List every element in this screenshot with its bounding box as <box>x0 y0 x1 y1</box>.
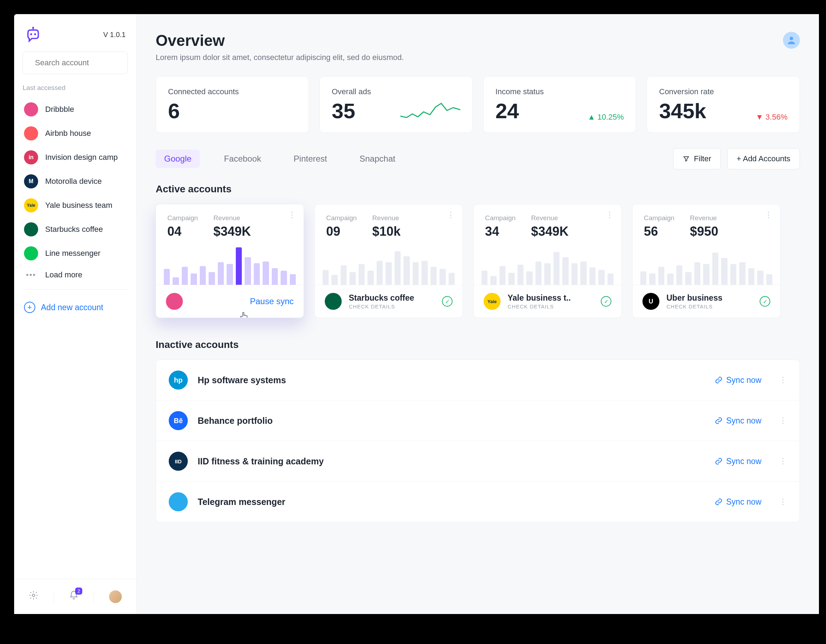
revenue-label: Revenue <box>373 214 401 222</box>
stat-label: Income status <box>495 87 544 96</box>
bar <box>368 271 373 285</box>
card-menu-icon[interactable]: ⋮ <box>447 214 455 216</box>
bar <box>508 273 514 285</box>
bar <box>413 262 419 285</box>
campaign-value: 09 <box>326 224 357 239</box>
sidebar-item[interactable]: Airbnb house <box>20 121 130 145</box>
sidebar-item[interactable]: Dribbble <box>20 98 130 121</box>
sidebar-item[interactable]: Line messenger <box>20 241 130 265</box>
sidebar-item[interactable]: M Motorolla device <box>20 169 130 193</box>
add-accounts-button[interactable]: + Add Accounts <box>727 148 800 169</box>
row-menu-icon[interactable]: ⋮ <box>779 419 787 422</box>
account-card[interactable]: Campaign56 Revenue$950 ⋮ U Uber business… <box>632 204 781 318</box>
sync-now-link[interactable]: Sync now <box>715 497 761 507</box>
check-details-link[interactable]: CHECK DETAILS <box>349 304 435 309</box>
search-input[interactable] <box>35 58 132 67</box>
tab-pinterest[interactable]: Pinterest <box>285 150 336 168</box>
add-new-account[interactable]: + Add new account <box>14 295 136 320</box>
bar <box>526 272 532 285</box>
user-avatar[interactable] <box>783 32 800 49</box>
bar <box>712 253 718 285</box>
load-more-label: Load more <box>45 270 82 279</box>
bar <box>598 270 604 285</box>
card-barchart <box>633 239 780 285</box>
card-menu-icon[interactable]: ⋮ <box>606 214 613 216</box>
sidebar-item[interactable]: in Invision design camp <box>20 145 130 169</box>
stat-card: Connected accounts6 <box>156 76 309 133</box>
sync-now-link[interactable]: Sync now <box>715 416 761 425</box>
sync-now-link[interactable]: Sync now <box>715 376 761 385</box>
brand-logo <box>24 246 38 261</box>
bar <box>757 271 763 285</box>
brand-logo: Yale <box>484 293 500 310</box>
sync-now-link[interactable]: Sync now <box>715 456 761 466</box>
pause-sync-link[interactable]: Pause sync <box>250 296 294 306</box>
row-menu-icon[interactable]: ⋮ <box>779 379 787 382</box>
card-menu-icon[interactable]: ⋮ <box>288 214 296 216</box>
bar <box>658 267 665 285</box>
account-card[interactable]: Campaign34 Revenue$349K ⋮ Yale Yale busi… <box>474 204 622 318</box>
tab-snapchat[interactable]: Snapchat <box>351 150 404 168</box>
load-more[interactable]: ••• Load more <box>14 265 136 284</box>
settings-icon[interactable] <box>29 590 39 603</box>
stat-label: Conversion rate <box>659 87 714 96</box>
bar <box>323 270 329 285</box>
app-logo <box>25 27 40 42</box>
bar <box>517 265 523 285</box>
bar <box>449 273 455 285</box>
ok-icon: ✓ <box>760 296 770 307</box>
stat-value: 35 <box>332 101 371 122</box>
inactive-list: hp Hp software systems Sync now ⋮ Bē Beh… <box>156 360 800 522</box>
account-card[interactable]: Campaign09 Revenue$10k ⋮ Starbucks coffe… <box>315 204 463 318</box>
account-card[interactable]: Campaign04 Revenue$349K ⋮ Pause sync <box>156 204 304 318</box>
tab-facebook[interactable]: Facebook <box>215 150 269 168</box>
bar <box>245 257 251 285</box>
sidebar-item[interactable]: Starbucks coffee <box>20 217 130 241</box>
bar <box>431 267 437 285</box>
link-icon <box>715 417 723 425</box>
row-menu-icon[interactable]: ⋮ <box>779 460 787 462</box>
tab-google[interactable]: Google <box>156 150 200 168</box>
search-box[interactable] <box>23 51 128 74</box>
filter-icon <box>683 155 690 162</box>
page-subtitle: Lorem ipsum dolor sit amet, consectetur … <box>156 53 404 62</box>
check-details-link[interactable]: CHECK DETAILS <box>508 304 594 309</box>
brand-logo <box>166 293 183 310</box>
inactive-name: IID fitness & training academy <box>198 456 705 467</box>
bar <box>164 269 170 285</box>
revenue-label: Revenue <box>214 214 251 222</box>
filter-button[interactable]: Filter <box>673 148 721 169</box>
bar <box>200 266 206 285</box>
bar <box>544 263 550 285</box>
account-list: Dribbble Airbnb house in Invision design… <box>14 98 136 265</box>
revenue-value: $10k <box>373 224 401 239</box>
dots-icon: ••• <box>24 270 38 279</box>
inactive-name: Behance portfolio <box>198 416 705 426</box>
check-details-link[interactable]: CHECK DETAILS <box>666 304 753 309</box>
card-menu-icon[interactable]: ⋮ <box>765 214 772 216</box>
inactive-name: Hp software systems <box>198 375 705 385</box>
bar <box>649 273 655 285</box>
stat-value: 24 <box>495 101 544 122</box>
bar <box>394 251 401 285</box>
svg-point-7 <box>790 37 793 40</box>
stat-label: Connected accounts <box>168 87 239 96</box>
bar <box>590 267 596 285</box>
bar <box>481 271 488 285</box>
sidebar: V 1.0.1 Last accessed Dribbble Airbnb ho… <box>14 14 137 614</box>
sidebar-item[interactable]: Yale Yale business team <box>20 193 130 217</box>
inactive-name: Telegram messenger <box>198 497 705 507</box>
inactive-row: Telegram messenger Sync now ⋮ <box>156 482 800 522</box>
trend-down: ▼ 3.56% <box>756 113 787 122</box>
bar <box>209 272 214 285</box>
brand-logo: Yale <box>24 198 38 213</box>
inactive-row: Bē Behance portfolio Sync now ⋮ <box>156 400 800 441</box>
brand-logo <box>24 126 38 140</box>
bar <box>676 265 682 285</box>
plus-circle-icon: + <box>24 302 35 313</box>
bar <box>640 272 646 285</box>
link-icon <box>715 457 723 465</box>
user-avatar-small[interactable] <box>109 590 122 603</box>
row-menu-icon[interactable]: ⋮ <box>779 500 787 503</box>
bell-icon[interactable]: 2 <box>69 590 79 603</box>
